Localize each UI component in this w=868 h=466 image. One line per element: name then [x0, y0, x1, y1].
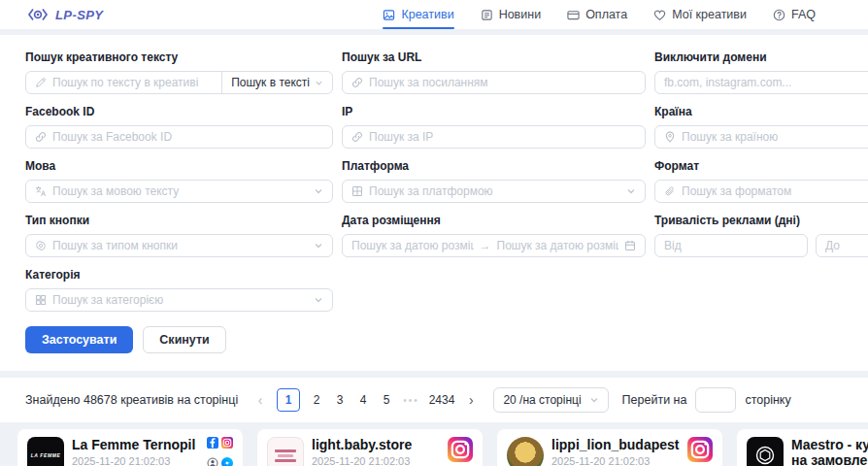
pagination-last-page[interactable]: 2434: [429, 393, 455, 407]
url-input[interactable]: [369, 76, 636, 89]
nav-item-creatives[interactable]: Креативи: [383, 0, 453, 29]
creative-text-input[interactable]: [52, 76, 207, 89]
brand-name: LP-SPY: [55, 8, 103, 22]
chevron-down-icon: [315, 79, 323, 87]
field-label: Країна: [654, 105, 868, 118]
field-label: Пошук за URL: [342, 50, 646, 64]
avatar: [267, 437, 304, 466]
nav-label: Мої креативи: [672, 8, 747, 21]
date-from-input[interactable]: [351, 239, 474, 252]
card-date: 2025-11-20 21:02:03: [312, 455, 440, 466]
pagination-next[interactable]: ›: [464, 392, 478, 408]
field-label: Тривалість реклами (дні): [654, 214, 868, 227]
goto-page-input[interactable]: [695, 387, 736, 413]
page-size-select[interactable]: 20 /на сторінці: [493, 387, 608, 413]
country-input[interactable]: [682, 130, 868, 144]
filter-placement-date: Дата розміщення →: [342, 214, 646, 257]
top-header: LP-SPY Креативи Новини Оплата Мої креати…: [0, 0, 868, 29]
nav-item-faq[interactable]: FAQ: [773, 0, 816, 29]
exclude-domains-input[interactable]: [664, 76, 868, 89]
filter-format: Формат: [654, 159, 868, 203]
creative-card[interactable]: LA FEMME La Femme Ternopil 2025-11-20 21…: [17, 429, 243, 466]
filter-url: Пошук за URL: [342, 50, 646, 94]
avatar: [507, 437, 544, 466]
creatives-list: LA FEMME La Femme Ternopil 2025-11-20 21…: [0, 429, 868, 466]
pagination-page-5[interactable]: 5: [380, 393, 393, 407]
goto-page: Перейти на сторінку: [622, 387, 791, 413]
brand-logo[interactable]: LP-SPY: [27, 7, 103, 22]
date-range-picker[interactable]: →: [342, 234, 646, 257]
platform-grid-icon: [351, 185, 363, 197]
creative-card[interactable]: Maestro - кухні, меблі на замовлення в У…: [737, 429, 868, 466]
filter-exclude-domains: Виключити домени: [654, 50, 868, 94]
format-input[interactable]: [682, 184, 868, 198]
facebook-icon: [207, 437, 218, 449]
search-mode-select[interactable]: Пошук в тексті: [221, 72, 332, 93]
news-icon: [481, 9, 493, 21]
language-select[interactable]: [25, 180, 333, 203]
date-to-input[interactable]: [497, 239, 619, 252]
duration-to-input[interactable]: [825, 239, 868, 252]
button-type-input[interactable]: [52, 239, 308, 252]
field-label: Пошук креативного тексту: [25, 50, 333, 64]
creative-card[interactable]: light.baby.store 2025-11-20 21:02:03 3 d…: [257, 429, 483, 466]
heart-icon: [653, 9, 666, 21]
chevron-down-icon: [314, 295, 323, 305]
field-label: IP: [342, 105, 646, 118]
field-label: Виключити домени: [654, 50, 868, 64]
pagination-page-3[interactable]: 3: [333, 393, 347, 407]
facebook-id-input[interactable]: [52, 130, 323, 144]
category-select[interactable]: [25, 288, 333, 312]
paperclip-icon: [664, 185, 676, 197]
link-icon: [351, 77, 363, 88]
apply-button[interactable]: Застосувати: [25, 326, 133, 353]
button-type-select[interactable]: [25, 234, 333, 257]
card-date: 2025-11-20 21:02:03: [72, 455, 199, 466]
pagination-page-2[interactable]: 2: [310, 393, 323, 407]
filter-category: Категорія: [25, 268, 333, 312]
pencil-icon: [35, 77, 47, 88]
instagram-icon: [687, 437, 713, 462]
goto-suffix: сторінку: [745, 393, 790, 407]
nav-item-news[interactable]: Новини: [481, 0, 542, 29]
image-icon: [383, 9, 395, 21]
field-label: Формат: [654, 159, 868, 173]
language-input[interactable]: [52, 184, 308, 198]
filter-language: Мова: [25, 159, 333, 203]
chevron-down-icon: [589, 395, 599, 405]
platform-input[interactable]: [369, 184, 620, 198]
nav-item-payment[interactable]: Оплата: [567, 0, 627, 29]
chevron-down-icon: [626, 186, 636, 196]
filter-button-type: Тип кнопки: [25, 214, 333, 257]
field-label: Мова: [25, 159, 333, 173]
messenger-icon: [221, 457, 233, 466]
credit-card-icon: [567, 9, 580, 21]
pagination-ellipsis[interactable]: •••: [403, 395, 419, 406]
results-bar: Знайдено 48678 креативів на сторінці ‹ 1…: [0, 378, 868, 422]
category-input[interactable]: [52, 293, 308, 307]
link-icon: [35, 131, 47, 143]
creative-card[interactable]: lippi_lion_budapest 2025-11-20 21:02:03 …: [497, 429, 722, 466]
nav-item-my-creatives[interactable]: Мої креативи: [653, 0, 747, 29]
filter-facebook-id: Facebook ID: [25, 105, 333, 149]
audience-network-icon: [207, 457, 218, 466]
ip-input[interactable]: [369, 130, 636, 144]
chevron-down-icon: [314, 186, 323, 196]
chevron-down-icon: [314, 241, 323, 250]
nav-label: FAQ: [791, 8, 816, 21]
field-label: Тип кнопки: [25, 214, 333, 227]
platform-icons: [448, 437, 473, 466]
pagination-page-4[interactable]: 4: [356, 393, 370, 407]
platform-select[interactable]: [342, 180, 646, 203]
pagination-page-1[interactable]: 1: [277, 388, 300, 412]
location-pin-icon: [664, 131, 676, 143]
card-date: 2025-11-20 21:02:03: [551, 455, 680, 466]
reset-button[interactable]: Скинути: [143, 326, 225, 353]
duration-from-input[interactable]: [664, 239, 798, 252]
range-arrow-icon: →: [480, 239, 491, 252]
pagination-prev[interactable]: ‹: [253, 392, 267, 408]
results-summary: Знайдено 48678 креативів на сторінці: [25, 393, 238, 407]
platform-icons: [687, 437, 713, 466]
avatar: LA FEMME: [27, 437, 64, 466]
field-label: Дата розміщення: [342, 214, 646, 227]
